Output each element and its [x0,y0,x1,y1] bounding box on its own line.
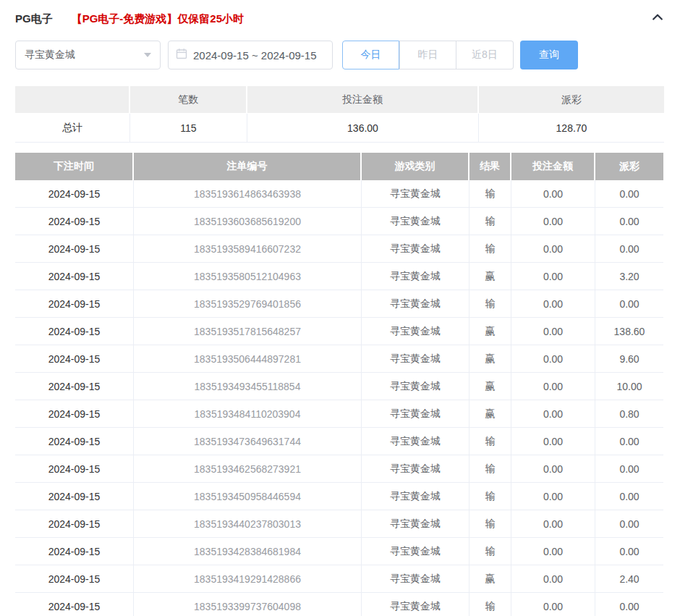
bet-time-cell: 2024-09-15 [15,428,134,455]
result-cell: 赢 [469,400,511,428]
bet-time-cell: 2024-09-15 [15,593,134,616]
payout-cell: 0.00 [595,428,663,455]
table-row: 2024-09-151835193614863463938寻宝黄金城输0.000… [15,180,665,208]
result-cell: 输 [469,290,511,318]
result-cell: 输 [469,235,511,263]
header-bet-time: 下注时间 [15,153,134,180]
payout-cell: 138.60 [595,318,663,345]
panel-title: PG电子 [15,12,53,26]
payout-cell: 0.00 [595,483,663,510]
game-type-cell: 寻宝黄金城 [362,318,469,345]
payout-cell: 0.00 [595,290,663,318]
bet-time-cell: 2024-09-15 [15,235,134,263]
result-cell: 输 [469,538,511,565]
order-id-cell: 1835193484110203904 [134,400,362,428]
bet-amount-cell: 0.00 [511,565,595,593]
result-cell: 赢 [469,565,511,593]
summary-table: 笔数 投注金额 派彩 总计 115 136.00 128.70 [15,86,665,143]
bet-amount-cell: 0.00 [511,290,595,318]
bet-amount-cell: 0.00 [511,400,595,428]
order-id-cell: 1835193614863463938 [134,180,362,208]
table-row: 2024-09-151835193428384681984寻宝黄金城输0.000… [15,538,665,565]
order-id-cell: 1835193580512104963 [134,263,362,290]
header-payout: 派彩 [595,153,663,180]
records-body: 2024-09-151835193614863463938寻宝黄金城输0.000… [15,180,665,616]
game-select-value: 寻宝黄金城 [25,48,144,62]
bet-time-cell: 2024-09-15 [15,538,134,565]
summary-total-payout: 128.70 [479,114,664,143]
bet-amount-cell: 0.00 [511,208,595,235]
bet-time-cell: 2024-09-15 [15,483,134,510]
order-id-cell: 1835193493455118854 [134,373,362,400]
payout-cell: 0.00 [595,593,663,616]
payout-cell: 0.00 [595,538,663,565]
order-id-cell: 1835193589416607232 [134,235,362,263]
game-type-cell: 寻宝黄金城 [362,455,469,483]
bet-amount-cell: 0.00 [511,428,595,455]
order-id-cell: 1835193462568273921 [134,455,362,483]
order-id-cell: 1835193450958446594 [134,483,362,510]
chevron-up-icon [650,10,665,28]
table-row: 2024-09-151835193440237803013寻宝黄金城输0.000… [15,510,665,538]
bet-time-cell: 2024-09-15 [15,400,134,428]
bet-amount-cell: 0.00 [511,373,595,400]
collapse-panel-button[interactable] [650,10,665,28]
pg-records-panel: PG电子 【PG电子-免费游戏】仅保留25小时 寻宝黄金城 [0,0,680,616]
table-row: 2024-09-151835193580512104963寻宝黄金城赢0.003… [15,263,665,290]
today-button[interactable]: 今日 [342,41,399,69]
payout-cell: 0.00 [595,208,663,235]
payout-cell: 0.80 [595,400,663,428]
game-type-cell: 寻宝黄金城 [362,180,469,208]
game-type-cell: 寻宝黄金城 [362,510,469,538]
payout-cell: 0.00 [595,510,663,538]
bet-amount-cell: 0.00 [511,538,595,565]
header-game-type: 游戏类别 [362,153,469,180]
order-id-cell: 1835193440237803013 [134,510,362,538]
date-range-input[interactable]: 2024-09-15 ~ 2024-09-15 [168,41,333,69]
bet-time-cell: 2024-09-15 [15,290,134,318]
game-type-cell: 寻宝黄金城 [362,290,469,318]
date-range-value: 2024-09-15 ~ 2024-09-15 [193,49,317,62]
game-type-cell: 寻宝黄金城 [362,565,469,593]
bet-amount-cell: 0.00 [511,318,595,345]
retention-notice: 【PG电子-免费游戏】仅保留25小时 [72,12,244,26]
payout-cell: 10.00 [595,373,663,400]
result-cell: 输 [469,180,511,208]
game-type-cell: 寻宝黄金城 [362,400,469,428]
result-cell: 输 [469,455,511,483]
last-8-days-button[interactable]: 近8日 [456,41,514,69]
payout-cell: 3.20 [595,263,663,290]
bet-time-cell: 2024-09-15 [15,455,134,483]
summary-header-row: 笔数 投注金额 派彩 [15,86,665,113]
result-cell: 赢 [469,318,511,345]
payout-cell: 0.00 [595,455,663,483]
yesterday-button[interactable]: 昨日 [399,41,456,69]
bet-time-cell: 2024-09-15 [15,263,134,290]
table-row: 2024-09-151835193450958446594寻宝黄金城输0.000… [15,483,665,510]
summary-total-row: 总计 115 136.00 128.70 [15,113,665,143]
filter-bar: 寻宝黄金城 2024-09-15 ~ 2024-09-15 今日 昨日 近8日 … [15,41,665,69]
result-cell: 输 [469,483,511,510]
result-cell: 输 [469,428,511,455]
header-bet-amount: 投注金额 [511,153,595,180]
table-row: 2024-09-151835193484110203904寻宝黄金城赢0.000… [15,400,665,428]
order-id-cell: 1835193529769401856 [134,290,362,318]
bet-amount-cell: 0.00 [511,263,595,290]
payout-cell: 0.00 [595,180,663,208]
game-type-cell: 寻宝黄金城 [362,263,469,290]
game-select[interactable]: 寻宝黄金城 [15,41,161,69]
summary-total-count: 115 [130,114,247,143]
table-row: 2024-09-151835193506444897281寻宝黄金城赢0.009… [15,345,665,373]
result-cell: 输 [469,593,511,616]
game-type-cell: 寻宝黄金城 [362,208,469,235]
order-id-cell: 1835193603685619200 [134,208,362,235]
quick-date-button-group: 今日 昨日 近8日 [342,41,514,69]
game-type-cell: 寻宝黄金城 [362,373,469,400]
bet-amount-cell: 0.00 [511,483,595,510]
bet-time-cell: 2024-09-15 [15,318,134,345]
query-button[interactable]: 查询 [520,41,578,69]
order-id-cell: 1835193399737604098 [134,593,362,616]
bet-amount-cell: 0.00 [511,593,595,616]
result-cell: 赢 [469,345,511,373]
result-cell: 输 [469,510,511,538]
